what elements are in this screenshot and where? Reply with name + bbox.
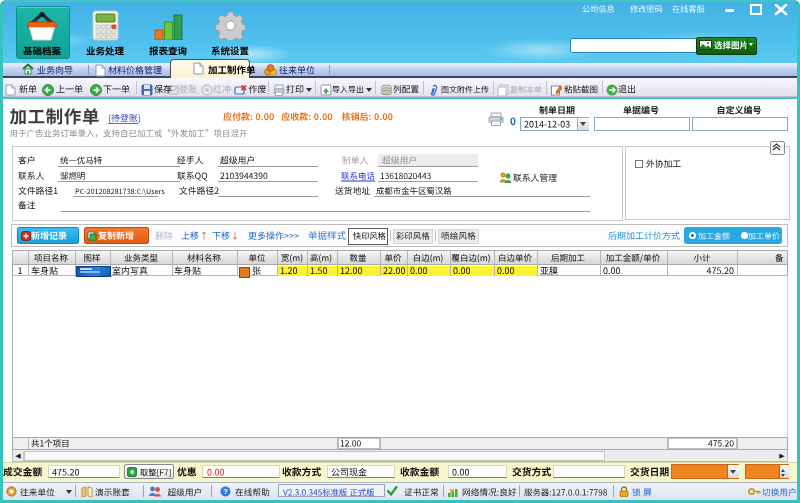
svg-text:?: ? xyxy=(223,487,228,496)
